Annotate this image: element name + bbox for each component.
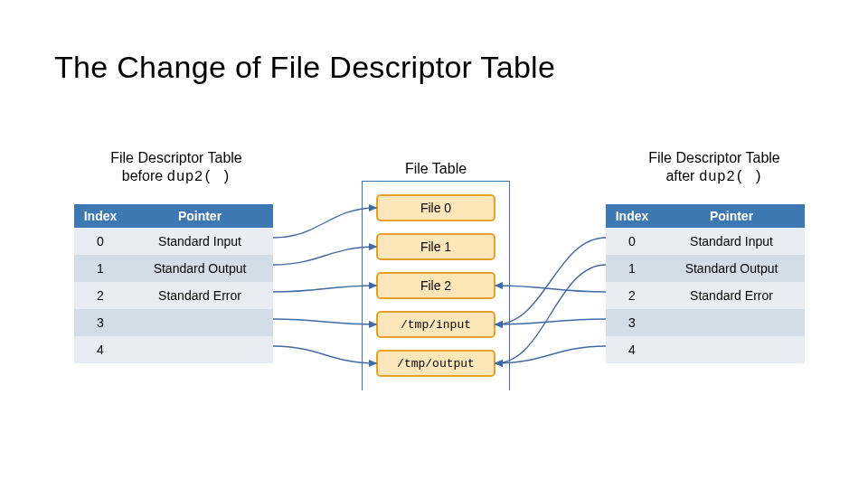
header-pointer: Pointer [127,204,273,228]
caption-right-prefix: after [665,168,698,183]
header-index: Index [74,204,127,228]
table-row: 2Standard Error [606,282,805,309]
caption-left-line1: File Descriptor Table [110,150,242,165]
file-box: File 1 [376,233,495,260]
caption-left-fn: dup2( ) [167,169,231,185]
caption-right-fn: dup2( ) [699,169,763,185]
table-row: 4 [74,336,273,363]
file-box: /tmp/input [376,311,495,338]
table-row: 3 [606,309,805,336]
table-row: 1Standard Output [606,255,805,282]
file-box: File 0 [376,194,495,221]
caption-mid: File Table [391,160,481,178]
caption-left: File Descriptor Table before dup2( ) [77,149,276,186]
file-box: /tmp/output [376,350,495,377]
table-row: 4 [606,336,805,363]
caption-left-prefix: before [122,168,167,183]
table-row: 1Standard Output [74,255,273,282]
caption-right-line1: File Descriptor Table [648,150,780,165]
table-row: 3 [74,309,273,336]
table-row: 0Standard Input [606,228,805,255]
caption-right: File Descriptor Table after dup2( ) [615,149,814,186]
table-row: 0Standard Input [74,228,273,255]
page-title: The Change of File Descriptor Table [54,50,555,85]
fd-table-before: Index Pointer 0Standard Input 1Standard … [74,204,273,363]
header-pointer: Pointer [658,204,805,228]
table-row: 2Standard Error [74,282,273,309]
header-index: Index [606,204,658,228]
file-box: File 2 [376,272,495,299]
fd-table-after: Index Pointer 0Standard Input 1Standard … [606,204,805,363]
